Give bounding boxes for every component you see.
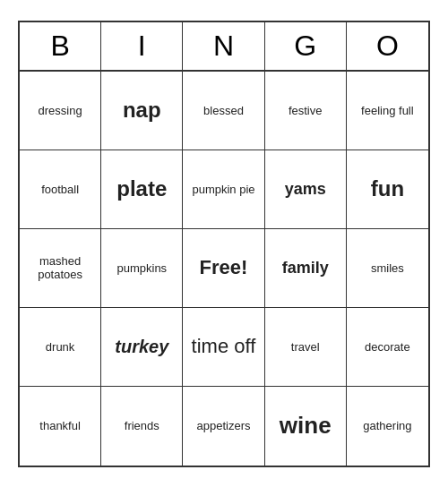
cell-text: pumpkin pie xyxy=(192,183,254,196)
bingo-cell: mashed potatoes xyxy=(20,229,101,308)
bingo-cell: pumpkin pie xyxy=(183,150,264,229)
cell-text: pumpkins xyxy=(116,261,167,275)
bingo-cell: appetizers xyxy=(183,387,264,466)
bingo-cell: turkey xyxy=(101,308,183,387)
cell-text: thankful xyxy=(39,419,81,432)
cell-text: yams xyxy=(285,180,326,199)
header-letter: N xyxy=(183,22,264,70)
cell-text: wine xyxy=(280,412,332,440)
bingo-cell: blessed xyxy=(183,72,264,150)
header-letter: B xyxy=(20,22,101,70)
bingo-cell: decorate xyxy=(347,308,428,387)
cell-text: friends xyxy=(125,419,159,432)
cell-text: time off xyxy=(192,335,256,358)
bingo-cell: dressing xyxy=(20,72,101,150)
bingo-cell: festive xyxy=(265,72,347,150)
cell-text: decorate xyxy=(365,340,410,354)
bingo-cell: thankful xyxy=(20,387,101,466)
bingo-header: BINGO xyxy=(20,22,428,72)
cell-text: travel xyxy=(291,340,320,354)
bingo-cell: nap xyxy=(101,72,183,150)
header-letter: O xyxy=(347,22,428,70)
bingo-cell: feeling full xyxy=(347,72,428,150)
bingo-cell: plate xyxy=(101,150,183,229)
cell-text: football xyxy=(41,183,79,196)
bingo-cell: yams xyxy=(265,150,347,229)
bingo-cell: Free! xyxy=(183,229,264,308)
cell-text: dressing xyxy=(39,104,82,117)
bingo-cell: friends xyxy=(101,387,183,466)
header-letter: G xyxy=(265,22,347,70)
cell-text: Free! xyxy=(200,256,248,279)
header-letter: I xyxy=(101,22,183,70)
cell-text: fun xyxy=(371,176,404,201)
bingo-cell: fun xyxy=(347,150,428,229)
cell-text: turkey xyxy=(115,337,168,357)
bingo-cell: travel xyxy=(265,308,347,387)
bingo-grid: dressingnapblessedfestivefeeling fullfoo… xyxy=(20,72,428,466)
bingo-cell: drunk xyxy=(20,308,101,387)
cell-text: mashed potatoes xyxy=(23,254,97,281)
cell-text: smiles xyxy=(371,261,404,275)
bingo-cell: wine xyxy=(265,387,347,466)
bingo-cell: football xyxy=(20,150,101,229)
cell-text: feeling full xyxy=(361,104,414,117)
bingo-cell: family xyxy=(265,229,347,308)
cell-text: appetizers xyxy=(197,419,251,432)
cell-text: nap xyxy=(123,98,161,123)
cell-text: gathering xyxy=(363,419,411,432)
bingo-card: BINGO dressingnapblessedfestivefeeling f… xyxy=(18,21,430,467)
bingo-cell: gathering xyxy=(347,387,428,466)
cell-text: festive xyxy=(289,104,323,117)
bingo-cell: pumpkins xyxy=(101,229,183,308)
cell-text: drunk xyxy=(46,340,75,354)
cell-text: blessed xyxy=(203,104,244,117)
cell-text: plate xyxy=(116,176,167,201)
bingo-cell: time off xyxy=(183,308,264,387)
cell-text: family xyxy=(282,259,329,278)
bingo-cell: smiles xyxy=(347,229,428,308)
